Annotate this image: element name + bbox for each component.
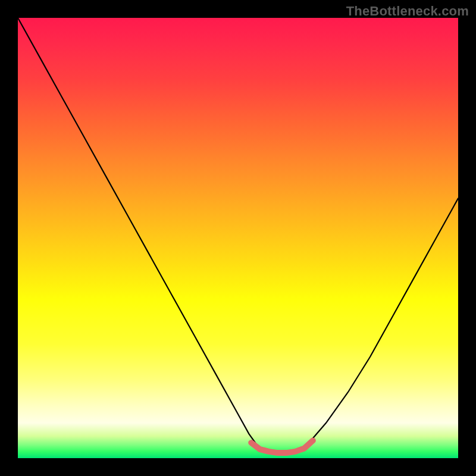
curve-svg — [18, 18, 458, 458]
curve-right-branch — [304, 198, 458, 448]
curve-left-branch — [18, 18, 260, 449]
watermark-text: TheBottleneck.com — [346, 4, 469, 19]
curve-valley-highlight — [251, 440, 313, 453]
